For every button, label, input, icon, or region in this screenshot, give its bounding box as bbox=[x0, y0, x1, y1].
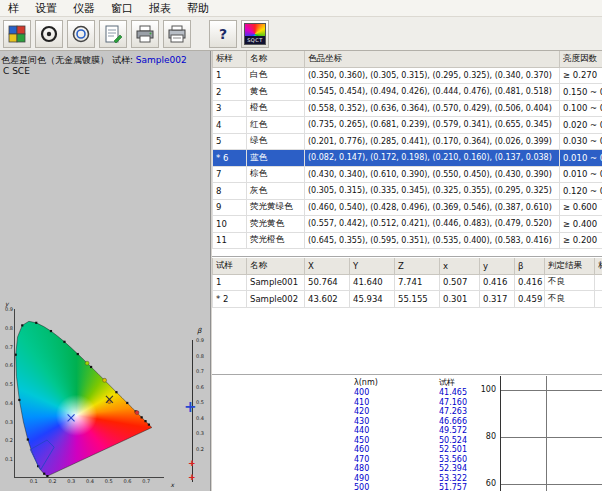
cell: ≥ 0.600 bbox=[560, 199, 602, 216]
table-row[interactable]: 40041.465 bbox=[352, 388, 522, 398]
x-tick-label: 0.1 bbox=[30, 478, 38, 484]
cell: 2 bbox=[213, 84, 247, 101]
locus-dot bbox=[27, 438, 29, 440]
table-row[interactable]: * 6蓝色(0.082, 0.147), (0.172, 0.198), (0.… bbox=[213, 150, 602, 167]
cell: 410 bbox=[352, 398, 437, 408]
table-row[interactable]: 2黄色(0.545, 0.454), (0.494, 0.426), (0.44… bbox=[213, 84, 602, 101]
locus-dot bbox=[141, 416, 143, 418]
cie-chromaticity-diagram: y x 0.10.20.30.40.50.60.7 0.10.20.30.40.… bbox=[14, 309, 164, 478]
sqct-button[interactable]: SQCT bbox=[241, 20, 269, 48]
help-button[interactable]: ? bbox=[209, 20, 237, 48]
locus-dot bbox=[77, 353, 79, 355]
column-header[interactable]: λ(nm) bbox=[352, 377, 437, 388]
x-tick-label: 0.3 bbox=[67, 478, 75, 484]
x-tick-label: 0.5 bbox=[105, 478, 113, 484]
table-row[interactable]: 42047.263 bbox=[352, 407, 522, 417]
table-row[interactable]: 10荧光黄色(0.557, 0.442), (0.512, 0.421), (0… bbox=[213, 216, 602, 233]
chart-gridline bbox=[501, 484, 602, 485]
column-header[interactable]: 标样 bbox=[595, 258, 602, 274]
table-row[interactable]: 4红色(0.735, 0.265), (0.681, 0.239), (0.57… bbox=[213, 117, 602, 134]
column-header[interactable]: x bbox=[440, 258, 480, 274]
table-row[interactable]: 1白色(0.350, 0.360), (0.305, 0.315), (0.29… bbox=[213, 67, 602, 84]
column-header[interactable]: Z bbox=[395, 258, 440, 274]
report-button[interactable] bbox=[99, 20, 127, 48]
help-icon: ? bbox=[219, 26, 227, 42]
cell bbox=[595, 291, 602, 308]
table-row[interactable]: 46052.501 bbox=[352, 445, 522, 455]
table-row[interactable]: 45050.524 bbox=[352, 436, 522, 446]
menu-item-help[interactable]: 帮助 bbox=[179, 0, 217, 17]
table-row[interactable]: 3橙色(0.558, 0.352), (0.636, 0.364), (0.57… bbox=[213, 100, 602, 117]
printer-icon bbox=[135, 24, 155, 44]
cell: 420 bbox=[352, 407, 437, 417]
beta-tick-label: 0.6 bbox=[196, 384, 204, 390]
cell: 43.602 bbox=[305, 291, 350, 308]
column-header[interactable]: Y bbox=[350, 258, 395, 274]
color-grid-button[interactable] bbox=[3, 20, 31, 48]
cell: ≥ 0.270 bbox=[560, 67, 602, 84]
column-header[interactable]: β bbox=[515, 258, 545, 274]
sqct-icon-label: SQCT bbox=[245, 36, 265, 44]
column-header[interactable]: 标样 bbox=[213, 51, 247, 67]
table-row[interactable]: 7棕色(0.430, 0.340), (0.610, 0.390), (0.55… bbox=[213, 166, 602, 183]
cell: (0.082, 0.147), (0.172, 0.198), (0.210, … bbox=[305, 150, 560, 167]
measure-button[interactable] bbox=[35, 20, 63, 48]
column-header[interactable]: 亮度因数 bbox=[560, 51, 602, 67]
cell: (0.545, 0.454), (0.494, 0.426), (0.444, … bbox=[305, 84, 560, 101]
column-header[interactable]: 名称 bbox=[247, 258, 305, 274]
cell: 荧光橙色 bbox=[247, 232, 305, 249]
cell: 460 bbox=[352, 445, 437, 455]
column-header[interactable]: 色品坐标 bbox=[305, 51, 560, 67]
table-row[interactable]: 41047.160 bbox=[352, 398, 522, 408]
table-row[interactable]: * 2Sample00243.60245.93455.1550.3010.317… bbox=[213, 291, 602, 308]
cell: 0.030 ~ 0.120 bbox=[560, 133, 602, 150]
table-row[interactable]: 49053.322 bbox=[352, 474, 522, 484]
cell bbox=[595, 274, 602, 291]
menu-item-report[interactable]: 报表 bbox=[141, 0, 179, 17]
table-row[interactable]: 8灰色(0.305, 0.315), (0.335, 0.345), (0.32… bbox=[213, 183, 602, 200]
menu-item-0[interactable]: 样 bbox=[0, 0, 27, 17]
menu-item-window[interactable]: 窗口 bbox=[103, 0, 141, 17]
tolerance-polygon bbox=[30, 440, 54, 470]
menu-item-instrument[interactable]: 仪器 bbox=[65, 0, 103, 17]
cell: 400 bbox=[352, 388, 437, 398]
table-row[interactable]: 43046.666 bbox=[352, 417, 522, 427]
y-tick-label: 0.4 bbox=[5, 400, 13, 406]
column-header[interactable]: 试样 bbox=[213, 258, 247, 274]
sci-sce-button[interactable] bbox=[67, 20, 95, 48]
cell: 480 bbox=[352, 464, 437, 474]
cell: 500 bbox=[352, 483, 437, 491]
locus-dot bbox=[50, 330, 52, 332]
table-row[interactable]: 9荧光黄绿色(0.460, 0.540), (0.428, 0.496), (0… bbox=[213, 199, 602, 216]
cell: (0.557, 0.442), (0.512, 0.421), (0.446, … bbox=[305, 216, 560, 233]
column-header[interactable]: X bbox=[305, 258, 350, 274]
table-row[interactable]: 1Sample00150.76441.6407.7410.5070.4160.4… bbox=[213, 274, 602, 291]
standard-target-dot bbox=[103, 378, 107, 382]
cell: 0.416 bbox=[515, 274, 545, 291]
beta-scale: 0.90.80.70.60.50.40.30.2+++ bbox=[188, 340, 210, 490]
table-row[interactable]: 44049.572 bbox=[352, 426, 522, 436]
table-row[interactable]: 47053.560 bbox=[352, 455, 522, 465]
cell: (0.305, 0.315), (0.335, 0.345), (0.325, … bbox=[305, 183, 560, 200]
sqct-icon: SQCT bbox=[244, 23, 266, 45]
print-preview-button[interactable] bbox=[163, 20, 191, 48]
table-row[interactable]: 11荧光橙色(0.645, 0.355), (0.595, 0.351), (0… bbox=[213, 232, 602, 249]
beta-tick-label: 0.8 bbox=[196, 353, 204, 359]
cell: 0.317 bbox=[480, 291, 515, 308]
menu-item-settings[interactable]: 设置 bbox=[27, 0, 65, 17]
cell: 0.416 bbox=[480, 274, 515, 291]
cell: 0.010 ~ 0.090 bbox=[560, 166, 602, 183]
chart-y-tick-80: 80 bbox=[474, 432, 496, 441]
cell: (0.430, 0.340), (0.610, 0.390), (0.550, … bbox=[305, 166, 560, 183]
column-header[interactable]: 判定结果 bbox=[545, 258, 595, 274]
table-row[interactable]: 50051.757 bbox=[352, 483, 522, 491]
column-header[interactable]: 名称 bbox=[247, 51, 305, 67]
locus-dot bbox=[115, 391, 117, 393]
right-panel: 标样名称色品坐标亮度因数 1白色(0.350, 0.360), (0.305, … bbox=[212, 51, 602, 491]
table-row[interactable]: 48052.394 bbox=[352, 464, 522, 474]
column-header[interactable]: y bbox=[480, 258, 515, 274]
print-button[interactable] bbox=[131, 20, 159, 48]
cell: 0.100 ~ 0.300 bbox=[560, 100, 602, 117]
table-row[interactable]: 5绿色(0.201, 0.776), (0.285, 0.441), (0.17… bbox=[213, 133, 602, 150]
cell: 灰色 bbox=[247, 183, 305, 200]
